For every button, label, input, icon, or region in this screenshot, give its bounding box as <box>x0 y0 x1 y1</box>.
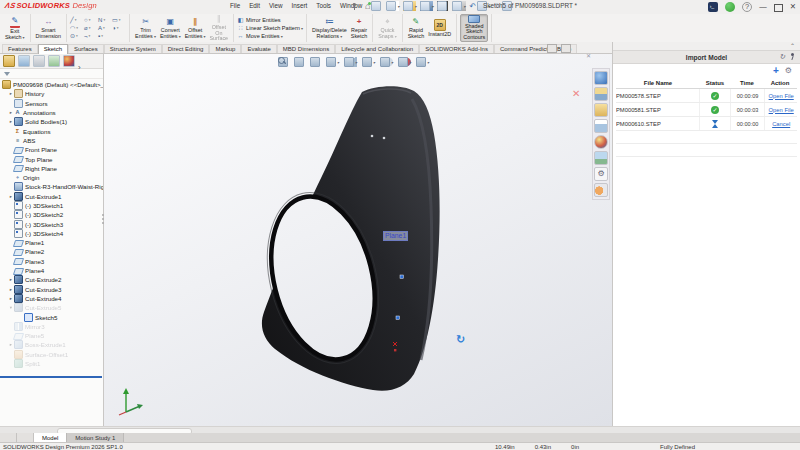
tree-item[interactable]: ▾ Cut-Extrude5 <box>0 303 103 312</box>
collapse-pane-icon[interactable] <box>561 44 571 53</box>
display-delete-relations-button[interactable]: Display/Delete Relations <box>310 15 349 41</box>
help-icon[interactable]: ? <box>742 2 752 12</box>
appearance-icon[interactable]: ▾ <box>398 57 411 67</box>
commandmanager-tab[interactable]: Direct Editing <box>162 44 210 53</box>
rectangle-tool-icon[interactable]: ▭ <box>112 16 126 24</box>
tree-item[interactable]: Plane5 <box>0 331 103 340</box>
display-style-icon[interactable]: ▾ <box>362 57 375 67</box>
tree-item[interactable]: (-) 3DSketch4 <box>0 229 103 238</box>
zoom-area-icon[interactable] <box>294 57 305 67</box>
circle-tool-icon[interactable]: ○ <box>84 16 98 24</box>
convert-entities-button[interactable]: Convert Entities <box>158 15 183 41</box>
instant2d-button[interactable]: Instant2D <box>426 15 453 41</box>
minimize-button[interactable]: — <box>759 2 767 12</box>
polygon-tool-icon[interactable]: ▪ <box>98 32 112 40</box>
tree-item[interactable]: Split1 <box>0 359 103 368</box>
refresh-icon[interactable]: ↻ <box>779 53 785 61</box>
plane-annotation-label[interactable]: Plane1 <box>383 231 408 241</box>
tree-item[interactable]: ▸ Annotations <box>0 108 103 117</box>
import-action-link[interactable]: Cancel <box>765 121 797 127</box>
panel-splitter-handle[interactable] <box>101 214 104 230</box>
rapid-sketch-button[interactable]: Rapid Sketch <box>406 15 426 41</box>
displaymanager-tab-icon[interactable] <box>63 55 75 67</box>
linear-sketch-pattern-button[interactable]: Linear Sketch Pattern <box>237 25 303 32</box>
rollback-bar[interactable] <box>0 376 102 378</box>
add-import-icon[interactable] <box>773 66 779 76</box>
previous-view-icon[interactable] <box>310 57 321 67</box>
commandmanager-tab[interactable]: Surfaces <box>68 44 104 53</box>
resources-icon[interactable] <box>594 71 608 85</box>
commandmanager-tab[interactable]: Structure System <box>104 44 162 53</box>
cancel-sketch-icon[interactable]: ✕ <box>572 88 580 99</box>
tree-item[interactable]: ▸ Cut-Extrude2 <box>0 275 103 284</box>
pane-expand-icon[interactable] <box>78 56 84 66</box>
slot-tool-icon[interactable]: ◑ <box>112 24 126 32</box>
view-orientation-icon[interactable]: ▾ <box>344 57 357 67</box>
section-view-icon[interactable]: ▾ <box>326 57 339 67</box>
custom-properties-icon[interactable] <box>594 167 608 181</box>
view-settings-icon[interactable]: ▾ <box>416 57 429 67</box>
tree-item[interactable]: Plane4 <box>0 266 103 275</box>
commandmanager-tab[interactable]: MBD Dimensions <box>277 44 335 53</box>
new-document-icon[interactable]: ▾ <box>386 1 399 11</box>
tree-item[interactable]: (-) 3DSketch3 <box>0 219 103 228</box>
close-button[interactable]: ✕ <box>790 2 796 12</box>
text-tool-icon[interactable]: A <box>98 24 112 32</box>
restore-icon[interactable] <box>774 4 783 12</box>
tree-item[interactable]: (-) 3DSketch1 <box>0 201 103 210</box>
featuremanager-tab-icon[interactable] <box>3 55 15 67</box>
pin-menu-icon[interactable] <box>351 2 358 10</box>
import-settings-icon[interactable] <box>785 66 792 75</box>
tree-item[interactable]: ▸ Cut-Extrude4 <box>0 294 103 303</box>
pin-icon[interactable] <box>789 52 796 61</box>
menu-item[interactable]: Insert <box>292 2 308 9</box>
hide-show-icon[interactable]: ▾ <box>380 57 393 67</box>
scenes-icon[interactable] <box>594 151 608 165</box>
import-action-link[interactable]: Open File <box>765 93 797 99</box>
commandmanager-tab[interactable]: Features <box>2 44 38 53</box>
commandmanager-tab[interactable]: Lifecycle and Collaboration <box>335 44 419 53</box>
arc-tool-icon[interactable]: ◠ <box>70 24 84 32</box>
split-view-button-2[interactable] <box>17 433 34 442</box>
forum-icon[interactable] <box>594 183 608 197</box>
tree-item[interactable]: PM009698 (Default) <<Default>_Displ <box>0 80 103 89</box>
menu-item[interactable]: Tools <box>316 2 331 9</box>
corner-close-icon[interactable]: ✕ <box>586 52 591 59</box>
document-tab[interactable]: Motion Study 1 <box>67 433 124 442</box>
split-view-button[interactable] <box>0 433 17 442</box>
tree-item[interactable]: Top Plane <box>0 154 103 163</box>
tree-item[interactable]: Surface-Offset1 <box>0 350 103 359</box>
tree-item[interactable]: ▸ Cut-Extrude1 <box>0 192 103 201</box>
import-action-link[interactable]: Open File <box>765 107 797 113</box>
tree-item[interactable]: Plane2 <box>0 247 103 256</box>
tree-item[interactable]: Plane3 <box>0 257 103 266</box>
ellipse-tool-icon[interactable]: ⌀ <box>84 24 98 32</box>
design-library-icon[interactable] <box>594 87 608 101</box>
tree-item[interactable]: Equations <box>0 126 103 135</box>
move-entities-button[interactable]: Move Entities <box>237 33 303 40</box>
dimxpert-tab-icon[interactable] <box>48 55 60 67</box>
tree-item[interactable]: Sketch5 <box>0 312 103 321</box>
shaded-sketch-contours-button[interactable]: Shaded Sketch Contours <box>460 14 488 42</box>
tree-item[interactable]: ABS <box>0 136 103 145</box>
tree-item[interactable]: ▸ Solid Bodies(1) <box>0 117 103 126</box>
taskpane-collapse-icon[interactable]: ⌃ <box>790 42 795 49</box>
smart-dimension-button[interactable]: Smart Dimension <box>34 15 63 41</box>
exit-sketch-button[interactable]: Exit Sketch <box>3 15 27 41</box>
tree-filter-bar[interactable] <box>0 69 103 79</box>
tree-item[interactable]: Plane1 <box>0 238 103 247</box>
menu-item[interactable]: Edit <box>249 2 260 9</box>
configurationmanager-tab-icon[interactable] <box>33 55 45 67</box>
tree-item[interactable]: Mirror3 <box>0 322 103 331</box>
offset-entities-button[interactable]: Offset Entities <box>183 15 208 41</box>
line-tool-icon[interactable]: ╱ <box>70 16 84 24</box>
commandmanager-tab[interactable]: Evaluate <box>241 44 276 53</box>
ai-assistant-icon[interactable] <box>708 2 718 12</box>
undock-pane-icon[interactable] <box>547 44 557 53</box>
mirror-entities-button[interactable]: Mirror Entities <box>237 17 303 24</box>
commandmanager-tab[interactable]: Markup <box>209 44 241 53</box>
commandmanager-tab[interactable]: SOLIDWORKS Add-Ins <box>419 44 494 53</box>
view-palette-icon[interactable] <box>594 119 608 133</box>
tree-item[interactable]: ▸ Boss-Extrude1 <box>0 340 103 349</box>
tree-item[interactable]: ▸ History <box>0 89 103 98</box>
